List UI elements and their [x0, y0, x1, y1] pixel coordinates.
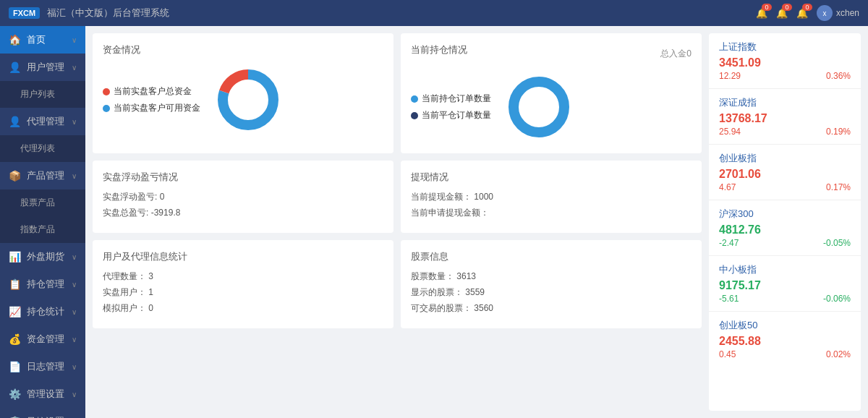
badge-3: 0 [802, 4, 812, 11]
funds-legend-dot-1 [103, 88, 110, 95]
funds-legend-item-2: 当前实盘客户可用资金 [103, 102, 200, 114]
stock-tradable-row: 可交易的股票： 3560 [411, 302, 692, 315]
sidebar: 🏠 首页 ∨ 👤 用户管理 ∨ 用户列表 👤 代理管理 ∨ 代理列表 📦 产品 [0, 26, 85, 418]
funds-donut-container: 当前实盘客户总资金 当前实盘客户可用资金 [103, 64, 383, 136]
sidebar-sub-agent: 代理列表 [0, 135, 85, 162]
sidebar-item-admin-settings[interactable]: ⚙️ 管理设置 ∨ [0, 380, 85, 408]
arrow-overseas-futures: ∨ [72, 253, 77, 261]
sidebar-item-fund-mgmt[interactable]: 💰 资金管理 ∨ [0, 325, 85, 353]
notification-bell-3[interactable]: 🔔 0 [796, 8, 808, 19]
arrow-fund-mgmt: ∨ [72, 336, 77, 344]
sidebar-label-index-product: 指数产品 [20, 223, 77, 236]
sidebar-item-overseas-futures[interactable]: 📊 外盘期货 ∨ [0, 243, 85, 270]
svg-point-2 [514, 82, 564, 132]
index-name-2: 创业板指 [719, 152, 851, 165]
withdraw-content: 当前提现金额： 1000 当前申请提现金额： [411, 191, 692, 219]
float-pnl-value-2: -3919.8 [151, 208, 181, 218]
positions-title: 当前持仓情况 [411, 43, 467, 56]
sidebar-item-risk-settings[interactable]: 🛡️ 风控设置 ∨ [0, 408, 85, 418]
sidebar-label-position-stats: 持仓统计 [27, 305, 72, 318]
float-pnl-label-2: 实盘总盈亏: [103, 208, 148, 218]
index-change-4: -5.61 [719, 294, 739, 304]
sidebar-item-home[interactable]: 🏠 首页 ∨ [0, 26, 85, 54]
sidebar-item-stock-product[interactable]: 股票产品 [0, 189, 85, 216]
user-info[interactable]: x xchen [817, 5, 859, 21]
live-user-label: 实盘用户： [103, 287, 146, 297]
index-change-row-4: -5.61 -0.06% [719, 294, 851, 304]
agent-count-value: 3 [148, 271, 153, 281]
agent-mgmt-icon: 👤 [9, 116, 21, 127]
stock-display-label: 显示的股票： [411, 287, 463, 297]
logo: FXCM [9, 7, 40, 19]
live-user-row: 实盘用户： 1 [103, 286, 383, 299]
sidebar-item-agent-mgmt[interactable]: 👤 代理管理 ∨ [0, 108, 85, 135]
funds-legend: 当前实盘客户总资金 当前实盘客户可用资金 [103, 85, 200, 114]
index-change-row-0: 12.29 0.36% [719, 71, 851, 81]
index-name-3: 沪深300 [719, 208, 851, 221]
withdraw-value-1: 1000 [474, 192, 493, 202]
index-pct-0: 0.36% [826, 71, 851, 81]
index-change-5: 0.45 [719, 349, 736, 359]
stock-tradable-value: 3560 [474, 303, 493, 313]
index-item-2: 创业板指 2701.06 4.67 0.17% [709, 145, 861, 200]
withdraw-label-1: 当前提现金额： [411, 192, 472, 202]
user-agent-stats-title: 用户及代理信息统计 [103, 250, 383, 263]
index-item-5: 创业板50 2455.88 0.45 0.02% [709, 312, 861, 367]
sidebar-label-stock-product: 股票产品 [20, 197, 77, 209]
float-pnl-value-1: 0 [160, 192, 165, 202]
notification-bell-2[interactable]: 🔔 0 [776, 8, 788, 19]
index-item-4: 中小板指 9175.17 -5.61 -0.06% [709, 256, 861, 312]
stock-display-value: 3559 [465, 287, 485, 297]
float-pnl-card: 实盘浮动盈亏情况 实盘浮动盈亏: 0 实盘总盈亏: -3919.8 [93, 161, 393, 233]
demo-user-label: 模拟用户： [103, 303, 146, 313]
live-user-value: 1 [148, 287, 153, 297]
topbar-title: 福汇（中文版）后台管理系统 [47, 7, 756, 20]
arrow-home: ∨ [72, 36, 77, 44]
user-mgmt-icon: 👤 [9, 61, 21, 73]
sidebar-item-index-product[interactable]: 指数产品 [0, 216, 85, 243]
positions-legend-label-2: 当前平仓订单数量 [422, 109, 491, 121]
sidebar-label-risk-settings: 风控设置 [27, 415, 72, 418]
sidebar-label-log-mgmt: 日志管理 [27, 360, 72, 373]
sidebar-item-user-list[interactable]: 用户列表 [0, 81, 85, 108]
withdraw-label-2: 当前申请提现金额： [411, 208, 489, 218]
index-name-0: 上证指数 [719, 40, 851, 54]
sidebar-item-product-mgmt[interactable]: 📦 产品管理 ∨ [0, 162, 85, 189]
sidebar-label-overseas-futures: 外盘期货 [27, 250, 72, 263]
index-panel: 上证指数 3451.09 12.29 0.36% 深证成指 13768.17 2… [709, 33, 861, 411]
index-change-row-3: -2.47 -0.05% [719, 238, 851, 248]
arrow-agent-mgmt: ∨ [72, 118, 77, 126]
arrow-position-stats: ∨ [72, 308, 77, 316]
stock-info-content: 股票数量： 3613 显示的股票： 3559 可交易的股票： 3560 [411, 270, 692, 315]
funds-title: 资金情况 [103, 43, 383, 56]
positions-legend-item-1: 当前持仓订单数量 [411, 93, 491, 105]
stock-display-row: 显示的股票： 3559 [411, 286, 692, 299]
sidebar-item-user-mgmt[interactable]: 👤 用户管理 ∨ [0, 54, 85, 81]
funds-legend-item-1: 当前实盘客户总资金 [103, 85, 200, 98]
topbar-icons: 🔔 0 🔔 0 🔔 0 x xchen [756, 5, 859, 21]
sidebar-label-user-list: 用户列表 [20, 88, 77, 101]
sidebar-item-position-stats[interactable]: 📈 持仓统计 ∨ [0, 298, 85, 325]
float-pnl-item-2: 实盘总盈亏: -3919.8 [103, 207, 383, 219]
position-mgmt-icon: 📋 [9, 278, 21, 290]
index-change-1: 25.94 [719, 127, 741, 137]
admin-settings-icon: ⚙️ [9, 388, 21, 400]
sidebar-label-agent-mgmt: 代理管理 [27, 115, 72, 128]
notification-bell-1[interactable]: 🔔 0 [756, 8, 767, 19]
badge-2: 0 [782, 4, 792, 11]
withdraw-item-1: 当前提现金额： 1000 [411, 191, 692, 203]
sidebar-item-log-mgmt[interactable]: 📄 日志管理 ∨ [0, 353, 85, 380]
stock-count-label: 股票数量： [411, 271, 454, 281]
position-stats-icon: 📈 [9, 306, 21, 317]
dashboard-main: 资金情况 当前实盘客户总资金 当前实盘客户可用资金 [93, 33, 702, 411]
sidebar-item-position-mgmt[interactable]: 📋 持仓管理 ∨ [0, 270, 85, 298]
sidebar-label-position-mgmt: 持仓管理 [27, 278, 72, 291]
float-pnl-item-1: 实盘浮动盈亏: 0 [103, 191, 383, 203]
sidebar-item-agent-list[interactable]: 代理列表 [0, 135, 85, 162]
float-pnl-content: 实盘浮动盈亏: 0 实盘总盈亏: -3919.8 [103, 191, 383, 219]
product-mgmt-icon: 📦 [9, 170, 21, 182]
stock-info-card: 股票信息 股票数量： 3613 显示的股票： 3559 可交易的股票： 3560 [401, 240, 702, 328]
positions-card: 当前持仓情况 总入金0 当前持仓订单数量 当前平仓订单数量 [401, 33, 702, 153]
index-pct-1: 0.19% [826, 127, 851, 137]
index-value-4: 9175.17 [719, 279, 851, 292]
